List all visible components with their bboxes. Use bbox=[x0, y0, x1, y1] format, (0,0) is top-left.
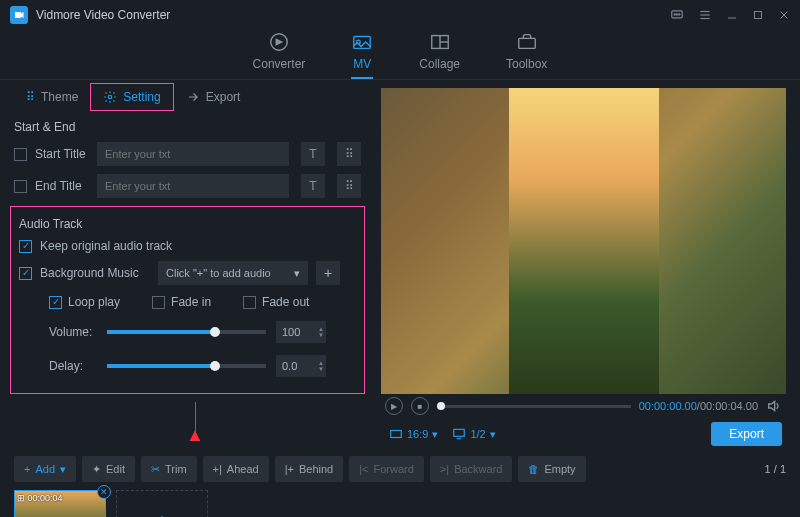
start-end-heading: Start & End bbox=[0, 114, 375, 138]
fade-out-label: Fade out bbox=[262, 295, 309, 309]
export-button[interactable]: Export bbox=[711, 422, 782, 446]
empty-button[interactable]: 🗑Empty bbox=[518, 456, 585, 482]
volume-slider[interactable] bbox=[107, 330, 266, 334]
edit-icon: ✦ bbox=[92, 463, 101, 476]
export-icon bbox=[186, 90, 200, 104]
tab-converter[interactable]: Converter bbox=[253, 31, 306, 79]
start-title-text-style[interactable]: T bbox=[301, 142, 325, 166]
fade-in-checkbox[interactable] bbox=[152, 296, 165, 309]
clip-thumbnail[interactable]: ✕ ⊞ 00:00:04 ▷ 🔇 ✦ ✂ bbox=[14, 490, 106, 517]
add-audio-button[interactable]: + bbox=[316, 261, 340, 285]
bg-music-dropdown[interactable]: Click "+" to add audio ▾ bbox=[158, 261, 308, 285]
trim-button[interactable]: ✂Trim bbox=[141, 456, 197, 482]
keep-original-checkbox[interactable] bbox=[19, 240, 32, 253]
tab-collage[interactable]: Collage bbox=[419, 31, 460, 79]
end-title-text-style[interactable]: T bbox=[301, 174, 325, 198]
plus-icon: + bbox=[24, 463, 30, 475]
app-logo bbox=[10, 6, 28, 24]
play-button[interactable]: ▶ bbox=[385, 397, 403, 415]
trash-icon: 🗑 bbox=[528, 463, 539, 475]
app-title: Vidmore Video Converter bbox=[36, 8, 670, 22]
annotation-arrow-head: ▲ bbox=[186, 425, 204, 446]
minimize-icon[interactable] bbox=[726, 9, 738, 21]
svg-point-2 bbox=[676, 14, 677, 15]
ahead-icon: +| bbox=[213, 463, 222, 475]
svg-rect-17 bbox=[518, 38, 535, 48]
delay-label: Delay: bbox=[49, 359, 97, 373]
end-title-input[interactable] bbox=[97, 174, 289, 198]
tab-setting[interactable]: Setting bbox=[90, 83, 173, 111]
backward-button[interactable]: >|Backward bbox=[430, 456, 513, 482]
audio-track-section: Audio Track Keep original audio track Ba… bbox=[10, 206, 365, 394]
clip-duration: ⊞ 00:00:04 bbox=[17, 493, 63, 503]
delay-value[interactable]: 0.0 ▲▼ bbox=[276, 355, 326, 377]
svg-point-18 bbox=[109, 95, 113, 99]
edit-button[interactable]: ✦Edit bbox=[82, 456, 135, 482]
time-display: 00:00:00.00/00:00:04.00 bbox=[639, 400, 758, 412]
forward-icon: |< bbox=[359, 463, 368, 475]
audio-heading: Audio Track bbox=[15, 211, 360, 235]
scale-dropdown[interactable]: 1/2 ▾ bbox=[448, 425, 499, 443]
tab-mv[interactable]: MV bbox=[351, 31, 373, 79]
page-indicator: 1 / 1 bbox=[765, 463, 786, 475]
chevron-down-icon: ▾ bbox=[60, 463, 66, 476]
tab-theme[interactable]: ⠿ Theme bbox=[14, 84, 90, 110]
bg-music-label: Background Music bbox=[40, 266, 150, 280]
toolbox-icon bbox=[516, 31, 538, 53]
add-clip-button[interactable]: + bbox=[116, 490, 208, 517]
forward-button[interactable]: |<Forward bbox=[349, 456, 424, 482]
volume-value[interactable]: 100 ▲▼ bbox=[276, 321, 326, 343]
tab-export[interactable]: Export bbox=[174, 84, 253, 110]
start-title-grid[interactable]: ⠿ bbox=[337, 142, 361, 166]
ahead-button[interactable]: +|Ahead bbox=[203, 456, 269, 482]
monitor-icon bbox=[452, 427, 466, 441]
video-preview bbox=[381, 88, 786, 394]
bg-music-checkbox[interactable] bbox=[19, 267, 32, 280]
mv-icon bbox=[351, 31, 373, 53]
maximize-icon[interactable] bbox=[752, 9, 764, 21]
backward-icon: >| bbox=[440, 463, 449, 475]
delay-slider[interactable] bbox=[107, 364, 266, 368]
close-icon[interactable] bbox=[778, 9, 790, 21]
converter-icon bbox=[268, 31, 290, 53]
chevron-down-icon: ▾ bbox=[432, 428, 438, 441]
remove-clip-button[interactable]: ✕ bbox=[97, 485, 111, 499]
annotation-arrow bbox=[195, 402, 196, 432]
stop-button[interactable]: ■ bbox=[411, 397, 429, 415]
scissors-icon: ✂ bbox=[151, 463, 160, 476]
end-title-grid[interactable]: ⠿ bbox=[337, 174, 361, 198]
start-title-input[interactable] bbox=[97, 142, 289, 166]
start-title-label: Start Title bbox=[35, 147, 89, 161]
behind-button[interactable]: |+Behind bbox=[275, 456, 344, 482]
svg-point-3 bbox=[679, 14, 680, 15]
svg-point-1 bbox=[674, 14, 675, 15]
feedback-icon[interactable] bbox=[670, 8, 684, 22]
collage-icon bbox=[429, 31, 451, 53]
fade-out-checkbox[interactable] bbox=[243, 296, 256, 309]
gear-icon bbox=[103, 90, 117, 104]
svg-rect-19 bbox=[391, 431, 402, 438]
behind-icon: |+ bbox=[285, 463, 294, 475]
aspect-dropdown[interactable]: 16:9 ▾ bbox=[385, 425, 442, 443]
volume-label: Volume: bbox=[49, 325, 97, 339]
loop-label: Loop play bbox=[68, 295, 120, 309]
progress-bar[interactable] bbox=[437, 405, 631, 408]
keep-original-label: Keep original audio track bbox=[40, 239, 172, 253]
loop-checkbox[interactable] bbox=[49, 296, 62, 309]
volume-icon[interactable] bbox=[766, 398, 782, 414]
menu-icon[interactable] bbox=[698, 8, 712, 22]
chevron-down-icon: ▾ bbox=[490, 428, 496, 441]
add-button[interactable]: +Add▾ bbox=[14, 456, 76, 482]
theme-icon: ⠿ bbox=[26, 90, 35, 104]
tab-toolbox[interactable]: Toolbox bbox=[506, 31, 547, 79]
chevron-down-icon: ▾ bbox=[294, 267, 300, 280]
start-title-checkbox[interactable] bbox=[14, 148, 27, 161]
end-title-label: End Title bbox=[35, 179, 89, 193]
aspect-icon bbox=[389, 427, 403, 441]
svg-rect-20 bbox=[454, 429, 465, 436]
svg-rect-8 bbox=[755, 12, 762, 19]
end-title-checkbox[interactable] bbox=[14, 180, 27, 193]
fade-in-label: Fade in bbox=[171, 295, 211, 309]
